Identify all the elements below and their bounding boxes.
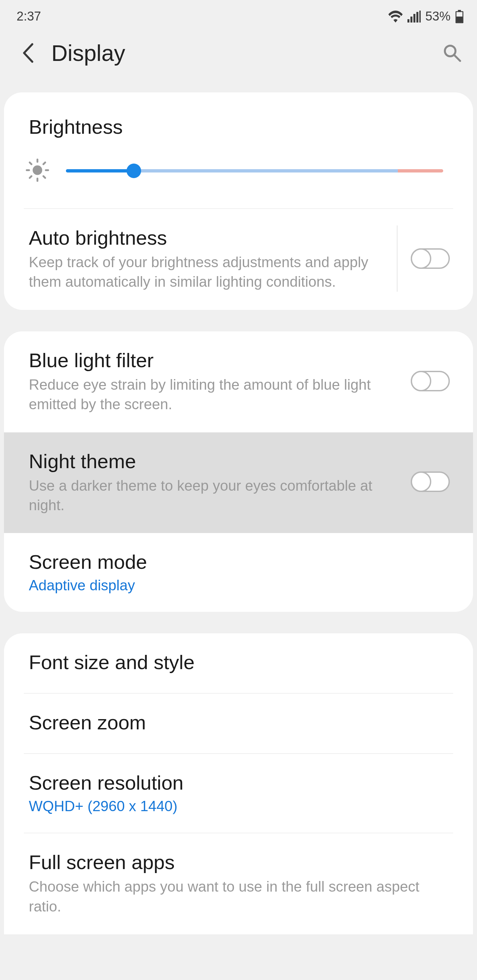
auto-brightness-toggle[interactable] xyxy=(411,248,450,269)
row-night-theme[interactable]: Night theme Use a darker theme to keep y… xyxy=(4,433,473,533)
battery-pct: 53% xyxy=(425,9,450,24)
blue-light-toggle[interactable] xyxy=(411,371,450,391)
signal-icon xyxy=(407,11,421,22)
svg-rect-1 xyxy=(456,17,463,22)
card-more: Font size and style Screen zoom Screen r… xyxy=(4,633,473,934)
search-button[interactable] xyxy=(442,43,462,63)
fullscreen-title: Full screen apps xyxy=(29,850,450,875)
blue-light-sub: Reduce eye strain by limiting the amount… xyxy=(29,375,401,414)
night-theme-toggle[interactable] xyxy=(411,471,450,492)
auto-brightness-title: Auto brightness xyxy=(29,226,387,250)
resolution-title: Screen resolution xyxy=(29,770,450,795)
resolution-value: WQHD+ (2960 x 1440) xyxy=(29,798,450,815)
app-header: Display xyxy=(0,27,477,92)
font-title: Font size and style xyxy=(29,650,450,675)
row-auto-brightness[interactable]: Auto brightness Keep track of your brigh… xyxy=(4,209,473,310)
row-zoom[interactable]: Screen zoom xyxy=(4,694,473,753)
wifi-icon xyxy=(388,11,403,22)
status-bar: 2:37 53% xyxy=(0,0,477,27)
night-theme-title: Night theme xyxy=(29,449,401,474)
zoom-title: Screen zoom xyxy=(29,710,450,735)
blue-light-title: Blue light filter xyxy=(29,348,401,373)
brightness-icon xyxy=(26,158,49,183)
card-display-options: Blue light filter Reduce eye strain by l… xyxy=(4,331,473,612)
auto-brightness-sub: Keep track of your brightness adjustment… xyxy=(29,252,387,292)
svg-point-4 xyxy=(33,165,42,175)
status-right: 53% xyxy=(388,9,464,24)
brightness-slider-row xyxy=(4,148,473,208)
status-time: 2:37 xyxy=(17,9,41,24)
row-font[interactable]: Font size and style xyxy=(4,633,473,693)
row-fullscreen-apps[interactable]: Full screen apps Choose which apps you w… xyxy=(4,833,473,934)
back-button[interactable] xyxy=(18,43,38,63)
card-brightness: Brightness xyxy=(4,92,473,310)
screen-mode-title: Screen mode xyxy=(29,550,450,574)
screen-mode-value: Adaptive display xyxy=(29,577,450,593)
svg-line-12 xyxy=(30,176,32,178)
battery-icon xyxy=(455,10,464,23)
fullscreen-sub: Choose which apps you want to use in the… xyxy=(29,877,450,916)
svg-line-11 xyxy=(43,162,45,164)
row-resolution[interactable]: Screen resolution WQHD+ (2960 x 1440) xyxy=(4,754,473,833)
svg-line-9 xyxy=(30,162,32,164)
svg-line-10 xyxy=(43,176,45,178)
brightness-slider[interactable] xyxy=(66,164,443,177)
svg-line-3 xyxy=(454,55,460,61)
page-title: Display xyxy=(51,40,442,66)
row-screen-mode[interactable]: Screen mode Adaptive display xyxy=(4,533,473,612)
brightness-label: Brightness xyxy=(4,92,473,148)
night-theme-sub: Use a darker theme to keep your eyes com… xyxy=(29,476,401,515)
row-blue-light[interactable]: Blue light filter Reduce eye strain by l… xyxy=(4,331,473,433)
